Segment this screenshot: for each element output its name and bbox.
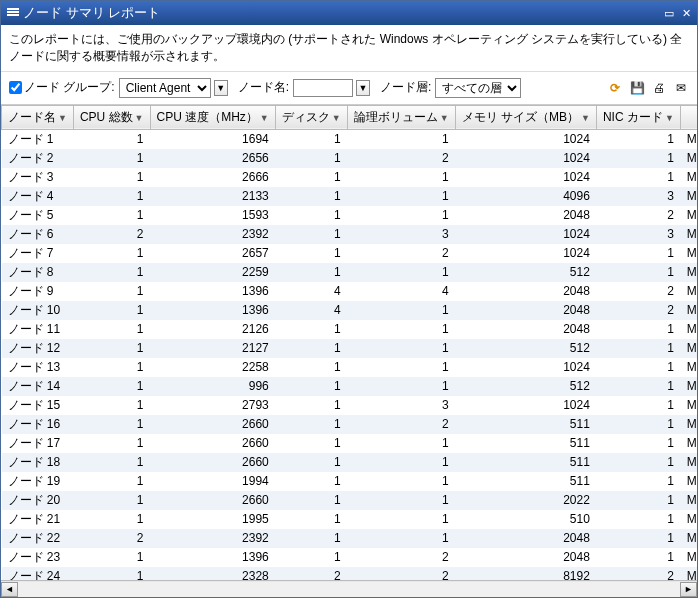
- table-row[interactable]: ノード 1911994115111Microsoft(R) V: [2, 472, 698, 491]
- cell-node-name: ノード 3: [2, 168, 74, 187]
- cell-node-name: ノード 2: [2, 149, 74, 168]
- cell-memory: 2048: [455, 529, 596, 548]
- cell-cpu-count: 1: [73, 244, 150, 263]
- table-row[interactable]: ノード 1212127115121Microsoft(R) V: [2, 339, 698, 358]
- cell-node-name: ノード 19: [2, 472, 74, 491]
- cell-disk: 1: [275, 491, 347, 510]
- table-row[interactable]: ノード 15127931310241Microsoft(R) V: [2, 396, 698, 415]
- cell-cpu-speed: 2660: [150, 434, 275, 453]
- table-scroll-area[interactable]: ノード名▼ CPU 総数▼ CPU 速度（MHz）▼ ディスク▼ 論理ボリューム…: [1, 105, 697, 580]
- scroll-right-button[interactable]: ►: [680, 582, 697, 597]
- col-cpu-count[interactable]: CPU 総数▼: [73, 105, 150, 129]
- table-row[interactable]: ノード 1612660125111Microsoft(R) V: [2, 415, 698, 434]
- table-row[interactable]: ノード 141996115121Microsoft(R) V: [2, 377, 698, 396]
- col-memory[interactable]: メモリ サイズ（MB）▼: [455, 105, 596, 129]
- table-row[interactable]: ノード 11121261120481Microsoft(R) V: [2, 320, 698, 339]
- cell-node-name: ノード 24: [2, 567, 74, 580]
- cell-nic: 1: [596, 149, 680, 168]
- table-row[interactable]: ノード 812259115121Microsoft(R) V: [2, 263, 698, 282]
- cell-logical-volume: 1: [347, 320, 455, 339]
- node-group-select[interactable]: Client Agent: [119, 78, 211, 98]
- cell-cpu-speed: 2660: [150, 415, 275, 434]
- cell-cpu-speed: 2666: [150, 168, 275, 187]
- table-row[interactable]: ノード 4121331140963Microsoft® W: [2, 187, 698, 206]
- table-row[interactable]: ノード 2126561210241Microsoft(R) V: [2, 149, 698, 168]
- table-row[interactable]: ノード 13122581110241Microsoft(R) V: [2, 358, 698, 377]
- save-icon[interactable]: 💾: [629, 80, 645, 96]
- cell-cpu-count: 1: [73, 491, 150, 510]
- table-row[interactable]: ノード 5115931120482Microsoft(R) V: [2, 206, 698, 225]
- cell-node-name: ノード 15: [2, 396, 74, 415]
- table-row[interactable]: ノード 2111995115101Microsoft(R) V: [2, 510, 698, 529]
- node-group-dropdown-icon[interactable]: ▼: [214, 80, 228, 96]
- minimize-button[interactable]: ▭: [664, 7, 674, 20]
- node-tier-select[interactable]: すべての層: [435, 78, 521, 98]
- col-nic[interactable]: NIC カード▼: [596, 105, 680, 129]
- col-logical-volume[interactable]: 論理ボリューム▼: [347, 105, 455, 129]
- cell-cpu-speed: 1396: [150, 301, 275, 320]
- cell-logical-volume: 1: [347, 206, 455, 225]
- cell-disk: 1: [275, 206, 347, 225]
- node-tier-label: ノード層:: [380, 79, 431, 96]
- cell-cpu-speed: 996: [150, 377, 275, 396]
- cell-cpu-count: 1: [73, 129, 150, 149]
- node-group-checkbox[interactable]: [9, 81, 22, 94]
- table-row[interactable]: ノード 1812660115111Microsoft(R) V: [2, 453, 698, 472]
- node-summary-table: ノード名▼ CPU 総数▼ CPU 速度（MHz）▼ ディスク▼ 論理ボリューム…: [1, 105, 697, 580]
- table-row[interactable]: ノード 10113964120482Microsoft(R) V: [2, 301, 698, 320]
- table-row[interactable]: ノード 6223921310243Microsoft(R) V: [2, 225, 698, 244]
- node-name-input[interactable]: [293, 79, 353, 97]
- cell-cpu-count: 1: [73, 567, 150, 580]
- node-group-label: ノード グループ:: [24, 79, 115, 96]
- horizontal-scrollbar[interactable]: ◄ ►: [1, 580, 697, 597]
- table-row[interactable]: ノード 1116941110241Microsoft(R) V: [2, 129, 698, 149]
- cell-node-name: ノード 14: [2, 377, 74, 396]
- cell-nic: 1: [596, 263, 680, 282]
- scroll-track[interactable]: [18, 582, 680, 597]
- print-icon[interactable]: 🖨: [651, 80, 667, 96]
- col-cpu-speed[interactable]: CPU 速度（MHz）▼: [150, 105, 275, 129]
- cell-logical-volume: 1: [347, 301, 455, 320]
- table-row[interactable]: ノード 9113964420482Microsoft(R) V: [2, 282, 698, 301]
- cell-memory: 1024: [455, 225, 596, 244]
- col-os[interactable]: [680, 105, 697, 129]
- col-disk[interactable]: ディスク▼: [275, 105, 347, 129]
- cell-disk: 4: [275, 301, 347, 320]
- cell-os: Microsoft(R) V: [680, 282, 697, 301]
- cell-os: Microsoft(R) V: [680, 206, 697, 225]
- cell-os: Microsoft(R) V: [680, 472, 697, 491]
- table-row[interactable]: ノード 22223921120481Microsoft(R) V: [2, 529, 698, 548]
- cell-cpu-count: 1: [73, 472, 150, 491]
- mail-icon[interactable]: ✉: [673, 80, 689, 96]
- cell-memory: 2022: [455, 491, 596, 510]
- cell-memory: 511: [455, 472, 596, 491]
- close-button[interactable]: ✕: [682, 7, 691, 20]
- cell-memory: 1024: [455, 149, 596, 168]
- table-row[interactable]: ノード 3126661110241Microsoft® W: [2, 168, 698, 187]
- refresh-icon[interactable]: ⟳: [607, 80, 623, 96]
- cell-node-name: ノード 21: [2, 510, 74, 529]
- node-group-filter: ノード グループ:: [9, 79, 115, 96]
- cell-disk: 1: [275, 434, 347, 453]
- cell-logical-volume: 1: [347, 529, 455, 548]
- cell-logical-volume: 2: [347, 415, 455, 434]
- table-row[interactable]: ノード 23113961220481Microsoft® W: [2, 548, 698, 567]
- table-row[interactable]: ノード 20126601120221Microsoft® W: [2, 491, 698, 510]
- table-row[interactable]: ノード 1712660115111Microsoft(R) V: [2, 434, 698, 453]
- cell-node-name: ノード 12: [2, 339, 74, 358]
- cell-disk: 1: [275, 263, 347, 282]
- cell-memory: 511: [455, 434, 596, 453]
- node-name-dropdown-icon[interactable]: ▼: [356, 80, 370, 96]
- cell-node-name: ノード 5: [2, 206, 74, 225]
- scroll-left-button[interactable]: ◄: [1, 582, 18, 597]
- cell-disk: 4: [275, 282, 347, 301]
- cell-memory: 1024: [455, 244, 596, 263]
- cell-node-name: ノード 7: [2, 244, 74, 263]
- table-row[interactable]: ノード 7126571210241Microsoft(R) V: [2, 244, 698, 263]
- cell-memory: 2048: [455, 301, 596, 320]
- cell-cpu-count: 1: [73, 149, 150, 168]
- cell-disk: 1: [275, 187, 347, 206]
- cell-cpu-count: 1: [73, 548, 150, 567]
- col-node-name[interactable]: ノード名▼: [2, 105, 74, 129]
- table-row[interactable]: ノード 24123282281922Microsoft(R) V: [2, 567, 698, 580]
